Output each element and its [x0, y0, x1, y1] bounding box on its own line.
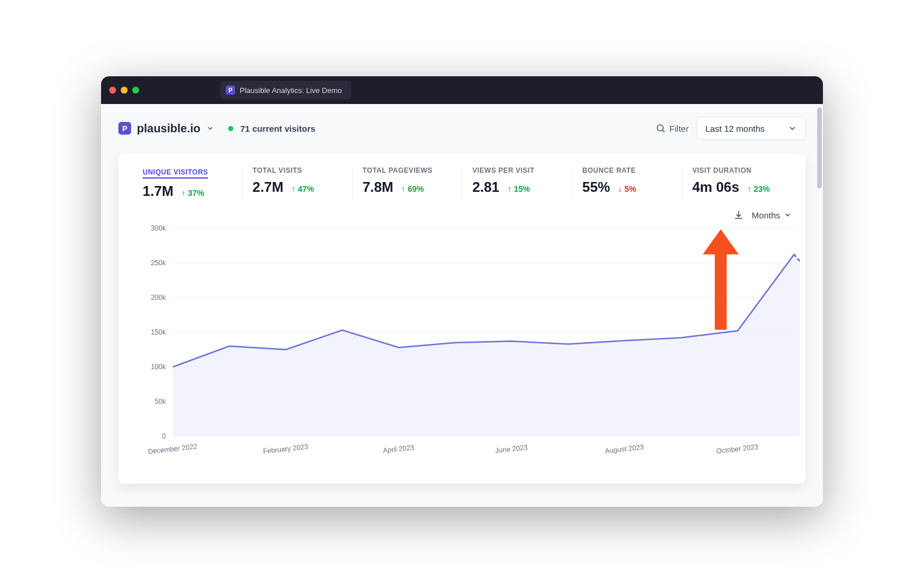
metric-total-pageviews[interactable]: TOTAL PAGEVIEWS7.8M↑69% [352, 164, 462, 205]
date-range-selector[interactable]: Last 12 months [696, 117, 806, 140]
metric-bounce-rate[interactable]: BOUNCE RATE55%↓5% [572, 164, 681, 205]
filter-label: Filter [669, 124, 688, 133]
close-window-button[interactable] [109, 87, 116, 94]
metric-delta: ↑23% [747, 184, 770, 194]
tab-title: Plausible Analytics: Live Demo [240, 86, 342, 95]
metric-delta: ↑15% [508, 184, 530, 194]
metric-label: TOTAL VISITS [252, 166, 341, 174]
metric-value: 2.81 [472, 179, 500, 195]
metric-delta: ↑47% [292, 184, 314, 194]
filter-button[interactable]: Filter [655, 123, 688, 133]
metric-label: BOUNCE RATE [582, 166, 671, 174]
metric-label: VISIT DURATION [692, 166, 781, 174]
arrow-down-icon: ↓ [618, 184, 622, 194]
metric-unique-visitors[interactable]: UNIQUE VISITORS1.7M↑37% [132, 164, 242, 205]
metric-value: 1.7M [143, 183, 173, 199]
line-chart: 050k100k150k200k250k300kDecember 2022Feb… [132, 222, 800, 471]
chart-area: 050k100k150k200k250k300kDecember 2022Feb… [118, 220, 806, 484]
minimize-window-button[interactable] [121, 87, 128, 94]
window-controls [109, 87, 139, 94]
arrow-up-icon: ↑ [292, 184, 296, 194]
svg-point-0 [657, 125, 664, 131]
metric-label: UNIQUE VISITORS [143, 168, 208, 179]
metric-value: 7.8M [363, 179, 393, 195]
arrow-up-icon: ↑ [401, 184, 405, 194]
svg-text:February 2023: February 2023 [263, 443, 309, 455]
chevron-down-icon [788, 124, 797, 133]
chevron-down-icon [784, 211, 792, 219]
plausible-favicon: P [226, 86, 235, 95]
current-visitors-link[interactable]: 71 current visitors [240, 124, 315, 133]
arrow-up-icon: ↑ [508, 184, 512, 194]
interval-label: Months [752, 210, 780, 220]
svg-text:0: 0 [162, 432, 166, 440]
plausible-logo-icon: P [118, 122, 131, 135]
metric-delta: ↑69% [401, 184, 424, 194]
metric-views-per-visit[interactable]: VIEWS PER VISIT2.81↑15% [462, 164, 572, 205]
arrow-up-icon: ↑ [747, 184, 751, 194]
search-icon [655, 123, 666, 133]
live-dot-icon [228, 126, 233, 131]
date-range-label: Last 12 months [705, 124, 765, 133]
svg-text:200k: 200k [151, 294, 166, 302]
svg-line-1 [662, 130, 664, 132]
site-switcher[interactable]: plausible.io [137, 122, 200, 135]
titlebar: P Plausible Analytics: Live Demo [101, 76, 823, 104]
browser-tab[interactable]: P Plausible Analytics: Live Demo [220, 81, 351, 99]
metrics-row: UNIQUE VISITORS1.7M↑37%TOTAL VISITS2.7M↑… [118, 154, 806, 210]
svg-text:250k: 250k [151, 259, 166, 267]
svg-text:June 2023: June 2023 [495, 443, 528, 455]
metric-label: TOTAL PAGEVIEWS [363, 166, 452, 174]
browser-window: P Plausible Analytics: Live Demo P plaus… [101, 76, 823, 507]
metric-value: 55% [582, 179, 610, 195]
maximize-window-button[interactable] [132, 87, 139, 94]
interval-selector[interactable]: Months [752, 210, 792, 220]
download-icon[interactable] [733, 210, 744, 220]
svg-text:April 2023: April 2023 [382, 443, 415, 455]
svg-text:300k: 300k [151, 224, 166, 232]
arrow-up-icon: ↑ [181, 188, 185, 198]
svg-text:150k: 150k [151, 328, 166, 336]
page-content: P plausible.io 71 current visitors [101, 104, 823, 507]
metric-delta: ↓5% [618, 184, 636, 194]
svg-text:August 2023: August 2023 [605, 443, 644, 455]
scrollbar-thumb[interactable] [817, 107, 822, 188]
metric-value: 4m 06s [692, 179, 739, 195]
svg-text:December 2022: December 2022 [148, 443, 198, 456]
svg-text:October 2023: October 2023 [716, 443, 759, 455]
svg-text:50k: 50k [155, 398, 166, 406]
metric-value: 2.7M [252, 179, 283, 195]
metric-label: VIEWS PER VISIT [472, 166, 561, 174]
metric-total-visits[interactable]: TOTAL VISITS2.7M↑47% [242, 164, 352, 205]
metric-visit-duration[interactable]: VISIT DURATION4m 06s↑23% [682, 164, 792, 205]
svg-text:100k: 100k [151, 363, 166, 371]
main-chart-card: UNIQUE VISITORS1.7M↑37%TOTAL VISITS2.7M↑… [118, 154, 806, 484]
metric-delta: ↑37% [181, 188, 204, 198]
chevron-down-icon[interactable] [206, 124, 214, 132]
page-header: P plausible.io 71 current visitors [118, 117, 806, 140]
